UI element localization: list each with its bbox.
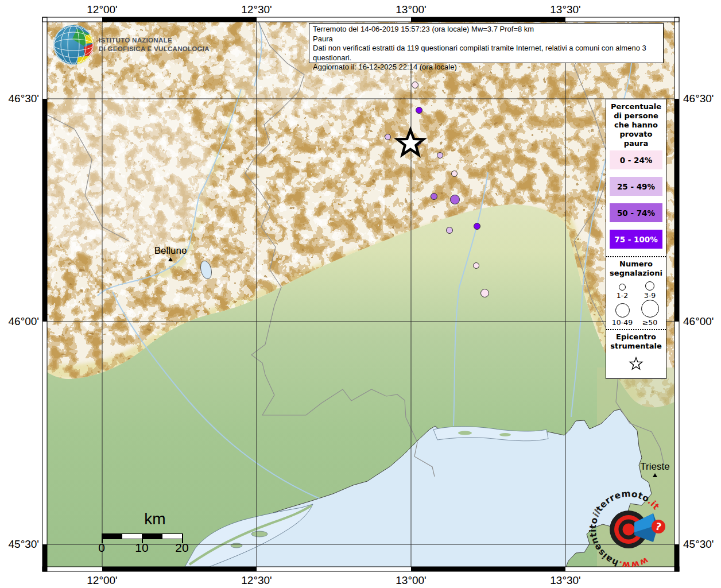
legend-count-title: Numero segnalazioni (606, 257, 666, 280)
axis-label-right: 46°00' (683, 315, 714, 328)
scale-unit: km (127, 510, 183, 528)
legend-pct-title: Percentuale di persone che hanno provato… (606, 99, 666, 150)
count-class-label: 10-49 (612, 318, 633, 327)
city-label: Trieste (640, 461, 669, 473)
axis-label-top: 12°00' (87, 3, 118, 16)
felt-report-dot (446, 227, 453, 234)
legend-count-classes: 1-23-910-49≥50 (606, 280, 666, 329)
felt-report-dot (474, 223, 480, 230)
city-marker (653, 473, 657, 477)
event-updated: Aggiornato il: 16-12-2025 22:14 (ora loc… (313, 63, 660, 72)
legend-count-class: ≥50 (636, 300, 664, 327)
legend-epicenter-star (606, 353, 666, 378)
felt-report-dot (431, 193, 437, 200)
legend-count-class: 1-2 (608, 281, 636, 300)
event-data-note: Dati non verificati estratti da 119 ques… (313, 44, 660, 63)
felt-report-dot (451, 171, 458, 177)
scale-number: 0 (98, 541, 105, 555)
legend-count-class: 10-49 (608, 300, 636, 327)
axis-label-top: 13°30' (550, 3, 581, 16)
scale-number: 20 (175, 541, 188, 555)
epicenter-star (393, 126, 428, 161)
count-circle-icon (615, 303, 630, 318)
felt-report-dot (412, 82, 418, 88)
felt-report-dot (416, 107, 422, 114)
event-info-box: Terremoto del 14-06-2019 15:57:23 (ora l… (309, 23, 664, 63)
axis-label-right: 46°30' (683, 92, 714, 105)
ingv-felt-map: 12°00'12°30'13°00'13°30'12°00'12°30'13°0… (0, 0, 721, 588)
felt-report-dot (437, 152, 443, 158)
axis-label-top: 12°30' (241, 3, 272, 16)
axis-label-bottom: 12°00' (87, 574, 118, 587)
count-class-label: ≥50 (642, 318, 657, 327)
legend-pct-swatch: 75 - 100% (610, 230, 662, 249)
event-map-type: Paura (313, 34, 660, 44)
felt-report-dot (450, 195, 460, 204)
legend-pct-swatch: 0 - 24% (610, 150, 662, 169)
legend-pct-classes: 0 - 24%25 - 49%50 - 74%75 - 100% (606, 150, 666, 249)
axis-label-left: 46°30' (9, 92, 40, 105)
count-circle-icon (641, 300, 659, 318)
wm-prefix: www. (617, 555, 650, 571)
count-class-label: 3-9 (644, 291, 656, 300)
ingv-name-line1: ISTITUTO NAZIONALE (99, 37, 172, 44)
haisentitoilterremoto-logo: ? www.haisentitoilterremoto.it (580, 479, 689, 583)
ingv-globe-icon (52, 24, 95, 67)
ingv-logo: ISTITUTO NAZIONALE DI GEOFISICA E VULCAN… (52, 24, 218, 64)
legend-box: Percentuale di persone che hanno provato… (606, 99, 666, 379)
axis-label-top: 13°00' (396, 3, 427, 16)
axis-label-left: 45°30' (9, 538, 40, 551)
axis-label-left: 46°00' (9, 315, 40, 328)
city-label: Belluno (154, 245, 187, 257)
legend-pct-swatch: 50 - 74% (610, 203, 662, 222)
count-circle-icon (619, 284, 626, 291)
scale-number: 10 (135, 541, 148, 555)
legend-star-icon (628, 355, 644, 372)
ingv-name-line2: DI GEOFISICA E VULCANOLOGIA (99, 45, 210, 52)
axis-label-bottom: 13°00' (396, 574, 427, 587)
count-circle-icon (645, 281, 654, 291)
count-class-label: 1-2 (617, 291, 628, 300)
felt-report-dot (480, 289, 489, 297)
axis-label-bottom: 12°30' (241, 574, 272, 587)
legend-count-class: 3-9 (636, 281, 664, 300)
city-marker (168, 257, 173, 261)
axis-label-bottom: 13°30' (550, 574, 581, 587)
felt-report-dot (473, 262, 479, 269)
event-title: Terremoto del 14-06-2019 15:57:23 (ora l… (313, 25, 660, 34)
legend-pct-swatch: 25 - 49% (610, 177, 662, 196)
felt-report-dot (385, 134, 391, 140)
legend-epicenter-title: Epicentro strumentale (606, 330, 666, 353)
